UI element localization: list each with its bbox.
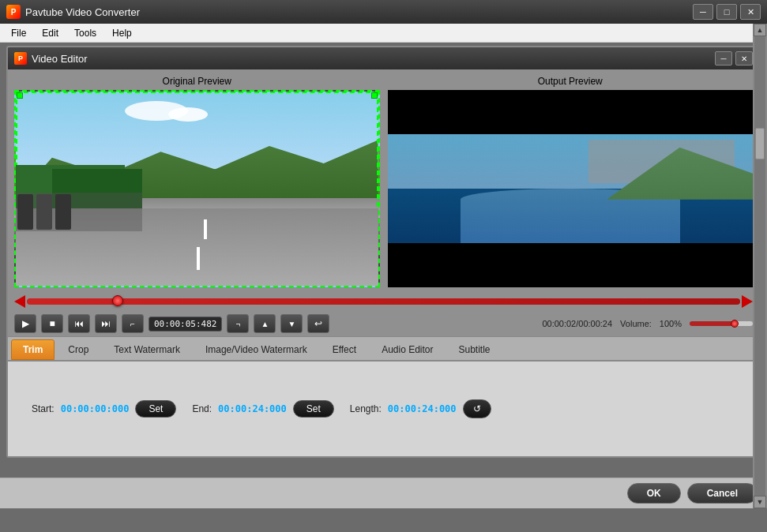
volume-value: 100% (660, 319, 682, 328)
app-icon: P (6, 5, 21, 19)
ve-close-button[interactable]: ✕ (735, 51, 753, 66)
original-video-frame (14, 90, 380, 287)
menu-tools[interactable]: Tools (66, 26, 104, 40)
scrubber-handle[interactable] (112, 295, 123, 306)
timeline-arrow-left[interactable] (14, 295, 25, 308)
length-field-group: Length: 00:00:24:000 ↺ (350, 399, 491, 418)
bike-3 (55, 194, 71, 230)
original-preview-panel: Original Preview (14, 76, 380, 287)
trim-content-panel: Start: 00:00:00:000 Set End: 00:00:24:00… (8, 362, 759, 456)
tab-image-watermark[interactable]: Image/Video Watermark (194, 339, 319, 360)
end-label: End: (192, 403, 212, 414)
menu-bar: File Edit Tools Help (0, 24, 767, 43)
tab-subtitle[interactable]: Subtitle (447, 339, 502, 360)
timecode-display: 00:00:02/00:00:24 (542, 319, 612, 328)
mark-out-button[interactable]: ¬ (227, 314, 249, 333)
bikes-area (16, 193, 142, 231)
stop-button[interactable]: ■ (41, 314, 63, 333)
ok-button[interactable]: OK (627, 483, 681, 504)
start-set-button[interactable]: Set (135, 400, 176, 418)
scrubber-track[interactable] (27, 298, 740, 305)
start-label: Start: (32, 403, 55, 414)
output-main-frame (388, 134, 754, 243)
menu-help[interactable]: Help (104, 26, 140, 40)
trim-button[interactable]: ▲ (254, 314, 276, 333)
tab-crop[interactable]: Crop (56, 339, 100, 360)
tab-audio-editor[interactable]: Audio Editor (370, 339, 445, 360)
mark-in-button[interactable]: ⌐ (122, 314, 144, 333)
end-value: 00:00:24:000 (218, 403, 287, 414)
restore-button[interactable]: □ (716, 4, 737, 20)
title-bar-controls: ─ □ ✕ (693, 4, 761, 20)
right-scrollbar: ▲ ▼ (753, 24, 767, 508)
menu-edit[interactable]: Edit (34, 26, 66, 40)
length-value: 00:00:24:000 (388, 403, 457, 414)
timeline-arrows (14, 295, 753, 308)
title-bar: P Pavtube Video Converter ─ □ ✕ (0, 0, 767, 24)
undo-button[interactable]: ↩ (307, 314, 329, 333)
frame-forward-button[interactable]: ⏭ (95, 314, 117, 333)
road-mark-2 (204, 219, 207, 239)
app-title: Pavtube Video Converter (25, 6, 693, 18)
transport-bar: ▶ ■ ⏮ ⏭ ⌐ 00:00:05:482 ¬ ▲ ▼ ↩ 00:00:02/… (8, 313, 759, 336)
output-preview-panel: Output Preview (388, 76, 754, 287)
bike-1 (17, 194, 33, 230)
frame-back-button[interactable]: ⏮ (68, 314, 90, 333)
ve-title: Video Editor (32, 53, 715, 65)
bike-2 (36, 194, 52, 230)
tab-effect[interactable]: Effect (321, 339, 368, 360)
ve-controls: ─ ✕ (715, 51, 753, 66)
letterbox-top (388, 90, 754, 134)
start-value: 00:00:00:000 (61, 403, 130, 414)
tab-text-watermark[interactable]: Text Watermark (102, 339, 192, 360)
volume-handle[interactable] (731, 320, 739, 328)
volume-label: Volume: (620, 319, 652, 328)
output-video (388, 90, 754, 287)
bottom-bar: OK Cancel (0, 478, 767, 508)
timeline-area (8, 290, 759, 313)
cancel-button[interactable]: Cancel (687, 483, 758, 504)
flip-button[interactable]: ▼ (280, 314, 303, 333)
letterbox-bottom (388, 243, 754, 287)
output-preview-label: Output Preview (538, 76, 603, 87)
volume-slider[interactable] (690, 321, 753, 326)
minimize-button[interactable]: ─ (693, 4, 713, 20)
original-video (14, 90, 380, 287)
scroll-track[interactable] (754, 36, 765, 496)
ve-icon: P (14, 52, 27, 65)
sky-layer (16, 92, 378, 169)
cloud-2 (168, 107, 208, 122)
ve-title-bar: P Video Editor ─ ✕ (8, 47, 759, 69)
ve-minimize-button[interactable]: ─ (715, 51, 732, 66)
start-field-group: Start: 00:00:00:000 Set (32, 400, 176, 418)
original-preview-label: Original Preview (163, 76, 231, 87)
output-video-frame (388, 90, 754, 287)
reset-button[interactable]: ↺ (463, 399, 491, 418)
time-display: 00:00:05:482 (149, 317, 222, 332)
close-button[interactable]: ✕ (740, 4, 761, 20)
play-button[interactable]: ▶ (14, 314, 36, 333)
tabs-bar: Trim Crop Text Watermark Image/Video Wat… (8, 336, 759, 362)
length-label: Length: (350, 403, 382, 414)
end-field-group: End: 00:00:24:000 Set (192, 400, 333, 418)
scroll-down-arrow[interactable]: ▼ (754, 496, 766, 508)
timeline-arrow-right[interactable] (742, 295, 753, 308)
preview-area: Original Preview (8, 69, 759, 290)
road-mark-1 (197, 247, 200, 271)
scroll-up-arrow[interactable]: ▲ (754, 24, 766, 36)
tab-trim[interactable]: Trim (11, 339, 55, 360)
scroll-thumb[interactable] (755, 128, 765, 159)
end-set-button[interactable]: Set (293, 400, 334, 418)
video-editor-window: P Video Editor ─ ✕ Original Preview (6, 46, 761, 458)
menu-file[interactable]: File (3, 26, 34, 40)
